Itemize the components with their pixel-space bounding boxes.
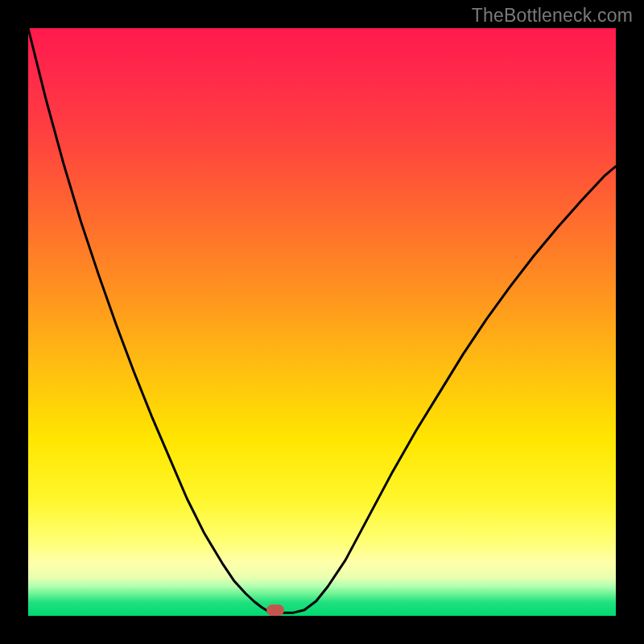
chart-frame: TheBottleneck.com (0, 0, 644, 644)
curve-svg (28, 28, 616, 616)
minimum-marker (266, 605, 284, 616)
watermark-text: TheBottleneck.com (472, 5, 633, 27)
bottleneck-curve (28, 28, 616, 613)
plot-area (28, 28, 616, 616)
